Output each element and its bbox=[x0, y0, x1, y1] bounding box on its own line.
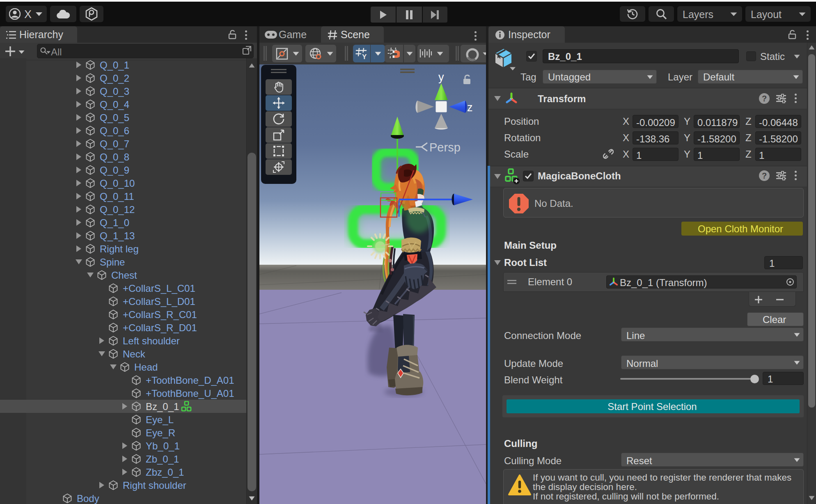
svg-text:?: ? bbox=[762, 94, 767, 103]
svg-text:Y: Y bbox=[362, 53, 367, 60]
svg-text:z: z bbox=[467, 101, 473, 114]
svg-text:?: ? bbox=[762, 171, 767, 180]
svg-text:y: y bbox=[438, 71, 444, 83]
svg-text:Persp: Persp bbox=[429, 141, 461, 154]
